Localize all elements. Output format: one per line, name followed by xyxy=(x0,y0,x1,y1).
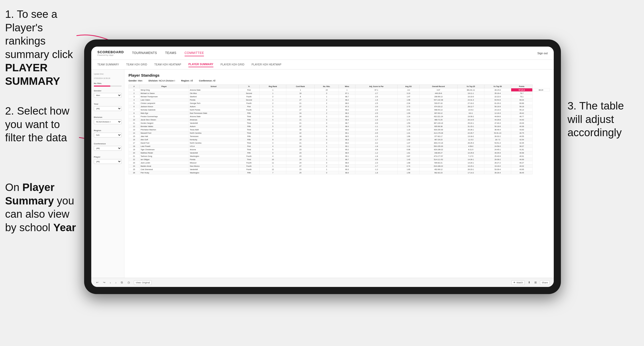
col-vs-top50: Vs Top 50 xyxy=(484,85,511,88)
table-filters: Gender: Men Division: NCAA Division I Re… xyxy=(128,79,550,82)
nav-link-committee[interactable]: COMMITTEE xyxy=(185,50,204,56)
table-row: 14Maxwell FordNorth CarolinaThird522069.… xyxy=(129,131,550,135)
col-player: Player xyxy=(139,85,189,88)
col-reg-rank: Reg Rank xyxy=(260,85,286,88)
share-button[interactable]: Share xyxy=(540,280,550,285)
sidebar-no-rds-label: No Rds. xyxy=(94,82,122,85)
sidebar-conference-label: Conference xyxy=(94,143,122,145)
table-row: 10Jacob Skov OlesenArkansasFifth521068.4… xyxy=(129,118,550,121)
step-bottom-text1: On xyxy=(5,181,22,193)
copy-icon[interactable]: ⧉ xyxy=(121,281,123,284)
tablet-screen: SCOREBOARD Powered by clippi TOURNAMENTS… xyxy=(91,47,554,287)
sign-out-link[interactable]: Sign out xyxy=(537,52,548,55)
sidebar-slider[interactable] xyxy=(94,86,122,87)
subnav-team-summary[interactable]: TEAM SUMMARY xyxy=(97,62,119,67)
col-conf-rank: Conf Rank xyxy=(286,85,314,88)
table-row: 9Preston SummerhaysArizona StateThird324… xyxy=(129,115,550,118)
sidebar-region-select[interactable]: N/A xyxy=(94,133,122,137)
view-original-button[interactable]: View: Original xyxy=(134,280,151,285)
sidebar-year-label: Year xyxy=(94,103,122,105)
prev-icon[interactable]: ‹ xyxy=(110,281,111,284)
logo-text: SCOREBOARD xyxy=(97,50,124,54)
subnav-team-h2h-heatmap[interactable]: TEAM H2H HEATMAP xyxy=(154,62,181,67)
watch-label: Watch xyxy=(517,281,523,284)
col-overall-record: Overall Record xyxy=(419,85,457,88)
table-row: 1Wenyi DingArizona StateFirst1115167.1-3… xyxy=(129,88,550,92)
undo-icon[interactable]: ↩ xyxy=(96,281,98,284)
next-icon[interactable]: › xyxy=(115,281,117,284)
col-adj-score: Adj. Score to Par xyxy=(355,85,397,88)
table-row: 18Luke PowellUCLAFirst424169.1-1.81.1250… xyxy=(129,145,550,148)
table-row: 7Nicholas GabrelcikNorth FloridaFourth12… xyxy=(129,108,550,112)
table-row: 4Luke ClatonFloridaSecond127268.2-1.61.9… xyxy=(129,98,550,102)
annotation-step3: 3. The table will adjust accordingly xyxy=(562,97,644,142)
clock-icon[interactable]: ◷ xyxy=(127,281,130,284)
grid-icon[interactable]: ⊞ xyxy=(534,281,537,284)
sidebar-division-section: Division NCAA Division I xyxy=(94,116,122,126)
annotation-step2: 2. Select how you want to filter the dat… xyxy=(0,102,82,147)
col-school: School xyxy=(189,85,238,88)
table-row: 21Taehoon SongWashingtonFourth423169.1-1… xyxy=(129,155,550,158)
share-label: Share xyxy=(542,281,548,284)
sidebar-year-section: Year (All) xyxy=(94,103,122,113)
col-wins: Wins xyxy=(339,85,355,88)
sidebar-conference-select[interactable]: (All) xyxy=(94,146,122,151)
sidebar-gender-label: Gender xyxy=(94,90,122,92)
nav-link-teams[interactable]: TEAMS xyxy=(165,50,176,56)
table-row: 24Bastien AmatNew MexicoFourth127269.4-1… xyxy=(129,164,550,168)
table-row: 11Gordon SargentVanderbiltThird421068.7-… xyxy=(129,121,550,125)
subnav-player-h2h-grid[interactable]: PLAYER H2H GRID xyxy=(221,62,244,67)
sidebar-gender-select[interactable]: Men xyxy=(94,93,122,98)
col-vs-top25: Vs Top 25 xyxy=(457,85,484,88)
view-label: View: Original xyxy=(136,281,150,284)
table-title: Player Standings xyxy=(128,73,550,77)
watch-button[interactable]: 👁 Watch xyxy=(511,280,525,285)
step3-text: 3. The table will adjust accordingly xyxy=(568,100,624,139)
nav-link-tournaments[interactable]: TOURNAMENTS xyxy=(132,50,157,56)
sidebar-region-label: Region xyxy=(94,129,122,132)
sidebar-update-time: 27/03/2024 16:56:26 xyxy=(94,77,122,79)
subnav-player-h2h-heatmap[interactable]: PLAYER H2H HEATMAP xyxy=(252,62,281,67)
sidebar-division-select[interactable]: NCAA Division I xyxy=(94,119,122,124)
sidebar-no-rds: No Rds. xyxy=(94,82,122,87)
main-content: Update time: 27/03/2024 16:56:26 No Rds.… xyxy=(91,70,554,278)
step-bottom-bold2: Year xyxy=(53,222,76,233)
redo-icon[interactable]: ↪ xyxy=(103,281,105,284)
sidebar-conference-section: Conference (All) xyxy=(94,143,122,153)
sidebar-player-select[interactable]: (All) xyxy=(94,159,122,164)
table-row: 2Michael Le SassoOle MissSecond118067.1-… xyxy=(129,92,550,95)
sidebar: Update time: 27/03/2024 16:56:26 No Rds.… xyxy=(91,70,124,278)
sidebar-slider-fill xyxy=(94,86,110,87)
logo-area: SCOREBOARD Powered by clippi xyxy=(97,50,124,56)
table-row: 22Ian GilliganFloridaThird1024168.7-0.91… xyxy=(129,158,550,161)
table-row: 3Michael ThorbjornsenStanfordFourth28168… xyxy=(129,95,550,98)
table-row: 12Brendan ValdesAuburnFifth537068.4-1.11… xyxy=(129,125,550,128)
table-row: 16Alex GoffKentuckyFifth919068.3-1.71.92… xyxy=(129,138,550,141)
table-row: 15Jake HallTennesseeFifth718068.5-1.51.6… xyxy=(129,135,550,138)
annotation-step1: 1. To see a Player's rankings summary cl… xyxy=(0,5,82,90)
sub-nav: TEAM SUMMARY TEAM H2H GRID TEAM H2H HEAT… xyxy=(91,60,554,70)
subnav-player-summary[interactable]: PLAYER SUMMARY xyxy=(188,62,213,67)
col-no-rds: No. Rds. xyxy=(315,85,339,88)
nav-bar: SCOREBOARD Powered by clippi TOURNAMENTS… xyxy=(91,47,554,60)
subnav-team-h2h-grid[interactable]: TEAM H2H GRID xyxy=(126,62,147,67)
col-avg-sg: Avg SG xyxy=(397,85,419,88)
table-row: 17David FordNorth CarolinaThird421069.0-… xyxy=(129,141,550,145)
sidebar-update-label: Update time: xyxy=(94,73,122,75)
table-row: 23Jack LundinMissouriFourth1124068.6-2.3… xyxy=(129,161,550,164)
player-standings-table: # Player School Yr Reg Rank Conf Rank No… xyxy=(128,85,550,174)
download-icon[interactable]: ⬇ xyxy=(528,281,530,284)
table-row: 25Cole SherwoodVanderbiltFourth1223169.3… xyxy=(129,168,550,171)
sidebar-player-label: Player xyxy=(94,156,122,158)
sidebar-region-section: Region N/A xyxy=(94,129,122,140)
sidebar-year-select[interactable]: (All) xyxy=(94,106,122,111)
annotation-step-bottom: On Player Summary you can also view by s… xyxy=(0,178,87,237)
bottom-toolbar: ↩ ↪ ‹ › ⧉ ◷ View: Original 👁 Watch ⬇ ⊞ S… xyxy=(91,278,554,287)
tablet-device: SCOREBOARD Powered by clippi TOURNAMENTS… xyxy=(84,39,561,294)
logo-sub: Powered by clippi xyxy=(97,54,124,56)
table-area: Player Standings Gender: Men Division: N… xyxy=(124,70,554,278)
sidebar-player-section: Player (All) xyxy=(94,156,122,166)
table-row: 5Christo LamprechtGeorgia TechFourth2212… xyxy=(129,102,550,105)
sidebar-division-label: Division xyxy=(94,116,122,118)
col-rank: # xyxy=(129,85,140,88)
